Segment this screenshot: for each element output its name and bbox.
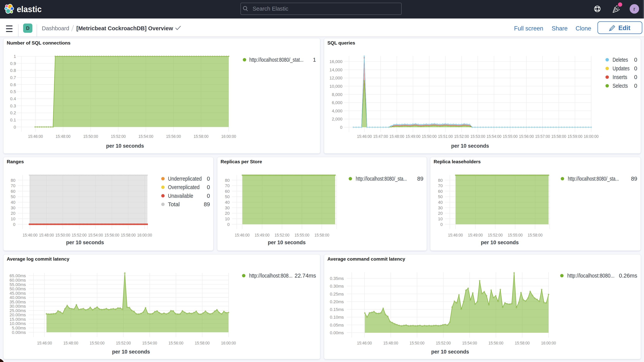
svg-text:16:00:00: 16:00:00	[541, 340, 556, 346]
svg-text:15:55:00: 15:55:00	[508, 233, 522, 238]
svg-text:16:00:00: 16:00:00	[584, 134, 599, 139]
svg-text:15:52:00: 15:52:00	[488, 233, 503, 238]
svg-text:Inserts: Inserts	[612, 74, 627, 80]
svg-text:15:56:00: 15:56:00	[104, 233, 119, 238]
svg-text:15:48:00: 15:48:00	[383, 340, 398, 346]
svg-text:0: 0	[14, 125, 16, 130]
svg-text:0.2: 0.2	[10, 110, 16, 115]
svg-text:1: 1	[14, 54, 16, 59]
svg-text:25.00ms: 25.00ms	[10, 308, 26, 313]
svg-text:89: 89	[631, 176, 637, 182]
svg-text:15:55:00: 15:55:00	[294, 233, 309, 238]
svg-text:0: 0	[207, 193, 210, 199]
svg-text:15:58:00: 15:58:00	[552, 134, 566, 139]
svg-text:0.7: 0.7	[10, 75, 16, 80]
svg-text:30: 30	[225, 206, 230, 210]
svg-text:40: 40	[438, 200, 443, 205]
svg-text:15:50:00: 15:50:00	[422, 134, 437, 139]
svg-text:45.00ms: 45.00ms	[10, 291, 26, 296]
svg-text:55.00ms: 55.00ms	[10, 282, 26, 287]
svg-text:35.00ms: 35.00ms	[10, 300, 26, 304]
svg-text:0.00ms: 0.00ms	[12, 330, 26, 335]
svg-text:Search Elastic: Search Elastic	[252, 6, 288, 12]
svg-text:70: 70	[225, 183, 230, 188]
svg-text:16:00:00: 16:00:00	[221, 340, 236, 346]
svg-text:80: 80	[225, 178, 230, 183]
svg-text:20: 20	[11, 211, 16, 216]
svg-text:60: 60	[11, 189, 16, 194]
svg-text:60: 60	[438, 189, 443, 194]
svg-text:r: r	[634, 6, 635, 12]
svg-text:15:46:00: 15:46:00	[23, 233, 38, 238]
svg-text:15:54:00: 15:54:00	[138, 134, 153, 139]
svg-text:15:52:00: 15:52:00	[116, 340, 131, 346]
svg-text:0.4: 0.4	[10, 96, 16, 101]
svg-text:70: 70	[438, 183, 443, 188]
svg-text:50: 50	[225, 194, 230, 199]
svg-text:0: 0	[13, 222, 16, 227]
svg-text:15:53:00: 15:53:00	[470, 134, 485, 139]
svg-text:Total: Total	[168, 201, 180, 208]
svg-text:Full screen: Full screen	[514, 25, 543, 32]
svg-text:8,000: 8,000	[332, 92, 342, 97]
svg-text:15:58:00: 15:58:00	[528, 233, 542, 238]
svg-text:15:54:00: 15:54:00	[462, 340, 477, 346]
svg-text:50: 50	[438, 194, 443, 199]
svg-text:15:58:00: 15:58:00	[515, 340, 530, 346]
svg-text:D: D	[26, 26, 30, 31]
svg-text:16:00:00: 16:00:00	[221, 134, 236, 139]
svg-text:30: 30	[438, 206, 443, 210]
svg-text:15:50:00: 15:50:00	[410, 340, 424, 346]
svg-text:15:54:00: 15:54:00	[487, 134, 502, 139]
svg-text:0: 0	[634, 74, 637, 80]
svg-text:Clone: Clone	[576, 25, 591, 32]
svg-text:0.25ms: 0.25ms	[330, 292, 344, 296]
svg-text:15:56:00: 15:56:00	[168, 340, 183, 346]
svg-text:16:00:00: 16:00:00	[137, 233, 152, 238]
svg-text:0.3: 0.3	[10, 104, 16, 108]
svg-text:15:49:00: 15:49:00	[468, 233, 483, 238]
svg-text:15:56:00: 15:56:00	[519, 134, 534, 139]
svg-text:15:48:00: 15:48:00	[56, 134, 70, 139]
svg-text:15:57:00: 15:57:00	[535, 134, 550, 139]
svg-text:Edit: Edit	[618, 24, 630, 32]
svg-text:1: 1	[313, 57, 316, 63]
svg-text:15:46:00: 15:46:00	[37, 340, 52, 346]
svg-text:50.00ms: 50.00ms	[10, 286, 26, 291]
svg-text:0.5: 0.5	[10, 89, 16, 94]
svg-text:0.35ms: 0.35ms	[330, 276, 344, 281]
svg-text:0: 0	[634, 57, 637, 63]
svg-text:10: 10	[438, 216, 443, 221]
svg-text:15:56:00: 15:56:00	[166, 134, 181, 139]
svg-text:15:51:00: 15:51:00	[438, 134, 453, 139]
svg-text:15:54:00: 15:54:00	[142, 340, 157, 346]
svg-text:40: 40	[11, 200, 16, 205]
svg-text:22.74ms: 22.74ms	[294, 272, 316, 279]
svg-text:15:58:00: 15:58:00	[194, 134, 208, 139]
svg-text:0.6: 0.6	[10, 82, 16, 87]
svg-text:80: 80	[438, 178, 443, 183]
svg-text:http://localhost:8080/_sta...: http://localhost:8080/_sta...	[356, 176, 407, 182]
svg-text:per 10 seconds: per 10 seconds	[431, 349, 469, 355]
svg-text:89: 89	[204, 201, 210, 208]
svg-text:15:59:00: 15:59:00	[568, 134, 582, 139]
svg-text:60.00ms: 60.00ms	[10, 278, 26, 282]
svg-text:Deletes: Deletes	[612, 57, 628, 63]
svg-text:per 10 seconds: per 10 seconds	[66, 240, 104, 246]
svg-text:5.00ms: 5.00ms	[12, 326, 26, 330]
svg-text:2,000: 2,000	[332, 116, 342, 122]
svg-text:10: 10	[11, 216, 16, 221]
svg-text:40.00ms: 40.00ms	[10, 295, 26, 300]
svg-text:http://localhost:8080/_sta...: http://localhost:8080/_sta...	[568, 176, 619, 182]
svg-text:0.26ms: 0.26ms	[619, 272, 637, 279]
svg-text:15:47:00: 15:47:00	[373, 134, 388, 139]
svg-text:0.15ms: 0.15ms	[330, 307, 344, 312]
svg-text:15:52:00: 15:52:00	[436, 340, 451, 346]
svg-text:0: 0	[634, 65, 637, 72]
svg-text:http://localhost:8080/_stat...: http://localhost:8080/_stat...	[249, 57, 304, 63]
svg-text:15:46:00: 15:46:00	[28, 134, 43, 139]
svg-text:0: 0	[227, 222, 230, 227]
svg-text:15:49:00: 15:49:00	[406, 134, 420, 139]
svg-text:10,000: 10,000	[330, 84, 342, 89]
svg-text:15:49:00: 15:49:00	[255, 233, 270, 238]
